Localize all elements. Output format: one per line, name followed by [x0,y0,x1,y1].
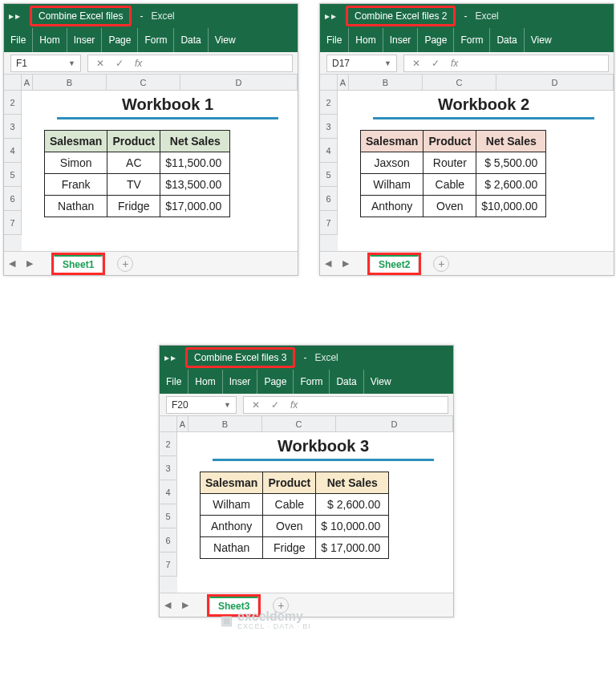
cell-netsales[interactable]: $10,000.00 [476,196,546,217]
col-header-A[interactable]: A [22,75,33,90]
prev-sheet-icon[interactable]: ◀ [9,258,15,269]
sheet-tab[interactable]: Sheet3 [209,597,258,614]
col-header-B[interactable]: B [349,75,423,90]
col-header-A[interactable]: A [338,75,349,90]
add-sheet-button[interactable]: + [117,256,133,272]
next-sheet-icon[interactable]: ▶ [342,258,349,269]
formula-input[interactable]: ✕✓fx [243,396,448,414]
cell-salesman[interactable]: Wilham [361,174,424,196]
row-header-7[interactable]: 7 [320,211,338,235]
cell-netsales[interactable]: $ 17,000.00 [316,537,389,559]
cell-product[interactable]: Oven [424,196,476,217]
ribbon-tab-home[interactable]: Hom [33,28,67,52]
cell-product[interactable]: TV [107,174,160,196]
col-header-B[interactable]: B [33,75,107,90]
ribbon-tab-data[interactable]: Data [174,28,208,52]
cells-area[interactable]: Workbook 1SalesmanProductNet SalesSimonA… [22,91,298,251]
col-header-C[interactable]: C [262,416,336,431]
row-header-2[interactable]: 2 [4,91,22,115]
cell-salesman[interactable]: Nathan [201,537,263,559]
cell-salesman[interactable]: Wilham [201,494,263,516]
cell-netsales[interactable]: $13,500.00 [160,174,230,196]
col-header-B[interactable]: B [188,416,262,431]
name-box[interactable]: D17▼ [326,55,397,72]
ribbon-tab-formulas[interactable]: Form [138,28,174,52]
row-header-4[interactable]: 4 [320,139,338,163]
prev-sheet-icon[interactable]: ◀ [325,258,331,269]
row-header-3[interactable]: 3 [4,115,22,139]
ribbon-tab-file[interactable]: File [320,28,349,52]
fx-icon[interactable]: fx [451,58,458,69]
ribbon-tab-home[interactable]: Hom [188,370,222,394]
cell-salesman[interactable]: Nathan [45,196,107,217]
cell-product[interactable]: Oven [263,516,316,537]
cell-netsales[interactable]: $ 2,600.00 [476,174,546,196]
fx-icon[interactable]: fx [135,58,142,69]
col-header-C[interactable]: C [107,75,180,90]
cell-product[interactable]: Fridge [107,196,160,217]
cell-salesman[interactable]: Frank [45,174,107,196]
add-sheet-button[interactable]: + [433,256,449,272]
cell-salesman[interactable]: Anthony [201,516,263,537]
formula-input[interactable]: ✕✓fx [87,55,293,72]
cells-area[interactable]: Workbook 2SalesmanProductNet SalesJaxson… [338,91,614,251]
select-all-cell[interactable] [4,75,22,90]
cell-netsales[interactable]: $ 2,600.00 [316,494,389,516]
row-header-6[interactable]: 6 [320,187,338,211]
cell-salesman[interactable]: Simon [45,152,107,174]
row-header-4[interactable]: 4 [160,480,177,504]
row-header-2[interactable]: 2 [160,432,177,456]
ribbon-tab-view[interactable]: View [525,28,558,52]
row-header-4[interactable]: 4 [4,139,22,163]
col-header-D[interactable]: D [180,75,298,90]
ribbon-tab-page[interactable]: Page [257,370,294,394]
ribbon-tab-page[interactable]: Page [102,28,138,52]
row-header-7[interactable]: 7 [160,553,177,577]
cell-netsales[interactable]: $17,000.00 [160,196,230,217]
cell-product[interactable]: Cable [424,174,476,196]
row-header-5[interactable]: 5 [320,163,338,187]
ribbon-tab-page[interactable]: Page [418,28,454,52]
ribbon-tab-formulas[interactable]: Form [454,28,490,52]
sheet-tab[interactable]: Sheet2 [370,255,419,273]
cell-netsales[interactable]: $ 5,500.00 [476,152,546,174]
next-sheet-icon[interactable]: ▶ [26,258,33,269]
chevron-down-icon[interactable]: ▼ [224,401,231,409]
row-header-2[interactable]: 2 [320,91,338,115]
select-all-cell[interactable] [160,416,177,431]
ribbon-tab-view[interactable]: View [364,370,398,394]
prev-sheet-icon[interactable]: ◀ [164,600,171,610]
ribbon-tab-home[interactable]: Hom [349,28,383,52]
cells-area[interactable]: Workbook 3SalesmanProductNet SalesWilham… [177,432,453,593]
row-header-6[interactable]: 6 [160,528,177,553]
row-header-5[interactable]: 5 [4,163,22,187]
chevron-down-icon[interactable]: ▼ [384,59,391,67]
sheet-tab[interactable]: Sheet1 [54,255,103,273]
row-header-5[interactable]: 5 [160,504,177,528]
cell-product[interactable]: AC [107,152,160,174]
row-header-3[interactable]: 3 [160,456,177,480]
fx-icon[interactable]: fx [290,399,298,411]
ribbon-tab-insert[interactable]: Inser [223,370,258,394]
cell-salesman[interactable]: Jaxson [361,152,424,174]
next-sheet-icon[interactable]: ▶ [182,600,188,610]
cell-netsales[interactable]: $11,500.00 [160,152,230,174]
cell-netsales[interactable]: $ 10,000.00 [316,516,389,537]
cell-product[interactable]: Cable [263,494,316,516]
cell-product[interactable]: Fridge [263,537,316,559]
col-header-D[interactable]: D [336,416,453,431]
ribbon-tab-data[interactable]: Data [490,28,524,52]
ribbon-tab-file[interactable]: File [4,28,33,52]
select-all-cell[interactable] [320,75,338,90]
add-sheet-button[interactable]: + [273,597,289,613]
chevron-down-icon[interactable]: ▼ [68,59,75,67]
col-header-C[interactable]: C [423,75,496,90]
ribbon-tab-view[interactable]: View [209,28,242,52]
ribbon-tab-file[interactable]: File [160,370,188,394]
ribbon-tab-data[interactable]: Data [330,370,363,394]
row-header-6[interactable]: 6 [4,187,22,211]
name-box[interactable]: F20▼ [166,396,237,414]
cell-product[interactable]: Router [424,152,476,174]
row-header-3[interactable]: 3 [320,115,338,139]
formula-input[interactable]: ✕✓fx [403,55,609,72]
